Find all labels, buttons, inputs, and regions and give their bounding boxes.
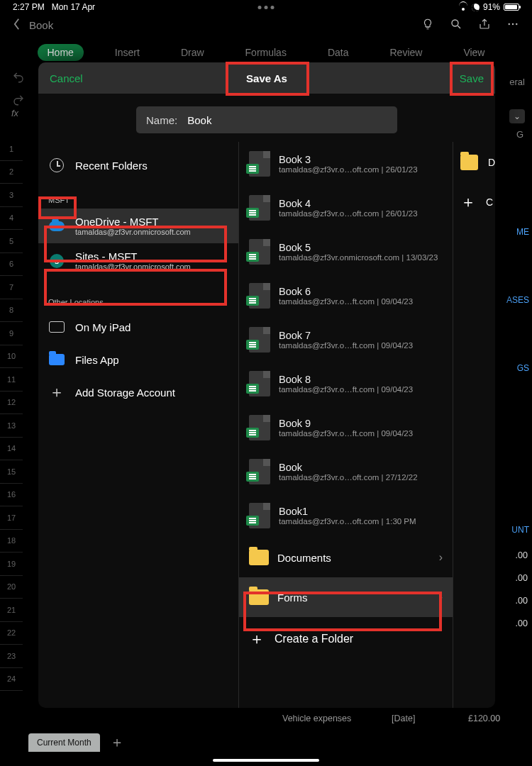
tab-formulas[interactable]: Formulas <box>235 44 297 61</box>
row-header[interactable]: 11 <box>0 368 23 392</box>
breadcrumb-new[interactable]: ＋ C <box>453 192 495 213</box>
row-header[interactable]: 19 <box>0 553 23 576</box>
home-indicator[interactable] <box>213 759 319 762</box>
format-dropdown-icon[interactable]: ⌄ <box>509 109 525 123</box>
row-header[interactable]: 22 <box>0 622 23 645</box>
row-header[interactable]: 9 <box>0 322 23 345</box>
cell-value: .00 <box>516 573 528 583</box>
file-name: Book 6 <box>279 286 413 297</box>
svg-point-0 <box>452 20 458 26</box>
cell-value: .00 <box>516 550 528 560</box>
on-my-ipad-label: On My iPad <box>75 321 131 333</box>
row-header[interactable]: 15 <box>0 460 23 484</box>
share-icon[interactable] <box>478 18 491 33</box>
number-format-label: eral <box>509 77 525 87</box>
row-header[interactable]: 4 <box>0 207 23 231</box>
onedrive-location[interactable]: OneDrive - MSFT tamaldas@zf3vr.onmicroso… <box>38 209 238 243</box>
folder-row-documents[interactable]: Documents › <box>239 538 453 577</box>
lightbulb-icon[interactable] <box>421 18 434 33</box>
undo-icon[interactable] <box>11 71 26 87</box>
row-header[interactable]: 24 <box>0 668 23 692</box>
row-header[interactable]: 20 <box>0 576 23 599</box>
file-row[interactable]: Book 4tamaldas@zf3vr.o…oft.com | 26/01/2… <box>239 186 453 230</box>
files-app-item[interactable]: Files App <box>38 343 238 376</box>
sites-title: Sites - MSFT <box>75 250 191 262</box>
save-as-dialog: Cancel Save As Save Name: Book Recent Fo… <box>38 62 495 708</box>
file-name: Book 3 <box>279 154 418 165</box>
excel-file-icon <box>249 195 270 221</box>
row-header[interactable]: 12 <box>0 392 23 415</box>
save-button[interactable]: Save <box>460 72 484 84</box>
file-row[interactable]: Book1tamaldas@zf3vr.o…oft.com | 1:30 PM <box>239 494 453 538</box>
row-header[interactable]: 1 <box>0 138 23 161</box>
onedrive-title: OneDrive - MSFT <box>75 216 191 228</box>
sites-location[interactable]: s Sites - MSFT tamaldas@zf3vr.onmicrosof… <box>38 243 238 278</box>
plus-icon: ＋ <box>460 192 476 213</box>
row-header[interactable]: 2 <box>0 161 23 184</box>
breadcrumb-folder[interactable]: D <box>453 155 495 170</box>
recent-label: Recent Folders <box>75 160 148 172</box>
column-header-g: G <box>516 129 523 140</box>
back-chevron-icon[interactable] <box>13 18 21 33</box>
sheet-tab[interactable]: Current Month <box>28 733 100 752</box>
row-header[interactable]: 21 <box>0 599 23 622</box>
row-header[interactable]: 7 <box>0 276 23 299</box>
row-header[interactable]: 8 <box>0 299 23 323</box>
svg-point-1 <box>509 23 510 24</box>
row-header[interactable]: 10 <box>0 345 23 369</box>
recent-folders-item[interactable]: Recent Folders <box>38 149 238 182</box>
folder-row-forms[interactable]: Forms › <box>239 577 453 617</box>
tab-data[interactable]: Data <box>318 44 359 61</box>
file-row[interactable]: Book 8tamaldas@zf3vr.o…ft.com | 09/04/23 <box>239 362 453 406</box>
other-locations-label: Other Locations <box>38 278 238 311</box>
row-header[interactable]: 13 <box>0 414 23 438</box>
cell-value: [Date] <box>392 714 415 723</box>
sharepoint-icon: s <box>48 252 65 270</box>
tab-insert[interactable]: Insert <box>105 44 150 61</box>
file-row[interactable]: Book 9tamaldas@zf3vr.o…ft.com | 09/04/23 <box>239 406 453 450</box>
tab-review[interactable]: Review <box>379 44 432 61</box>
redo-icon[interactable] <box>11 94 26 109</box>
excel-file-icon <box>249 239 270 265</box>
clock-icon <box>48 157 65 174</box>
multitask-dots-icon[interactable] <box>258 6 275 9</box>
tab-view[interactable]: View <box>453 44 494 61</box>
file-row[interactable]: Book 7tamaldas@zf3vr.o…ft.com | 09/04/23 <box>239 318 453 362</box>
row-header[interactable]: 16 <box>0 484 23 507</box>
file-row[interactable]: Book 6tamaldas@zf3vr.o…ft.com | 09/04/23 <box>239 274 453 318</box>
search-icon[interactable] <box>450 18 462 33</box>
document-title[interactable]: Book <box>29 19 53 31</box>
more-icon[interactable] <box>506 18 519 33</box>
file-row[interactable]: Booktamaldas@zf3vr.o…oft.com | 27/12/22 <box>239 450 453 494</box>
row-header[interactable]: 3 <box>0 184 23 207</box>
file-meta: tamaldas@zf3vr.onmicrosoft.com | 13/03/2… <box>279 253 438 262</box>
row-header[interactable]: 5 <box>0 230 23 253</box>
undo-redo-group <box>11 71 26 109</box>
row-header[interactable]: 18 <box>0 530 23 553</box>
chevron-right-icon: › <box>439 551 443 564</box>
add-sheet-button[interactable]: ＋ <box>110 733 124 752</box>
status-bar: 2:27 PM Mon 17 Apr 91% <box>0 0 532 14</box>
file-row[interactable]: Book 5tamaldas@zf3vr.onmicrosoft.com | 1… <box>239 230 453 274</box>
add-storage-item[interactable]: ＋ Add Storage Account <box>38 376 238 409</box>
filename-input[interactable]: Name: Book <box>136 106 397 133</box>
tab-draw[interactable]: Draw <box>171 44 214 61</box>
plus-icon: ＋ <box>249 628 265 650</box>
tab-home[interactable]: Home <box>38 44 84 61</box>
row-header[interactable]: 23 <box>0 645 23 668</box>
cell-value: .00 <box>516 618 528 628</box>
row-header[interactable]: 14 <box>0 438 23 461</box>
ipad-icon <box>48 318 65 335</box>
cell-value: £120.00 <box>468 714 500 723</box>
folder-name: Documents <box>277 552 431 564</box>
cancel-button[interactable]: Cancel <box>50 72 83 84</box>
on-my-ipad-item[interactable]: On My iPad <box>38 311 238 343</box>
cell-fragment: GS <box>517 363 529 373</box>
folder-icon <box>249 589 269 605</box>
filename-value: Book <box>187 114 211 126</box>
row-header[interactable]: 6 <box>0 253 23 277</box>
file-row[interactable]: Book 3tamaldas@zf3vr.o…oft.com | 26/01/2… <box>239 142 453 186</box>
row-header[interactable]: 17 <box>0 506 23 530</box>
app-header: Book <box>0 16 532 34</box>
create-folder-button[interactable]: ＋ Create a Folder <box>239 617 453 661</box>
